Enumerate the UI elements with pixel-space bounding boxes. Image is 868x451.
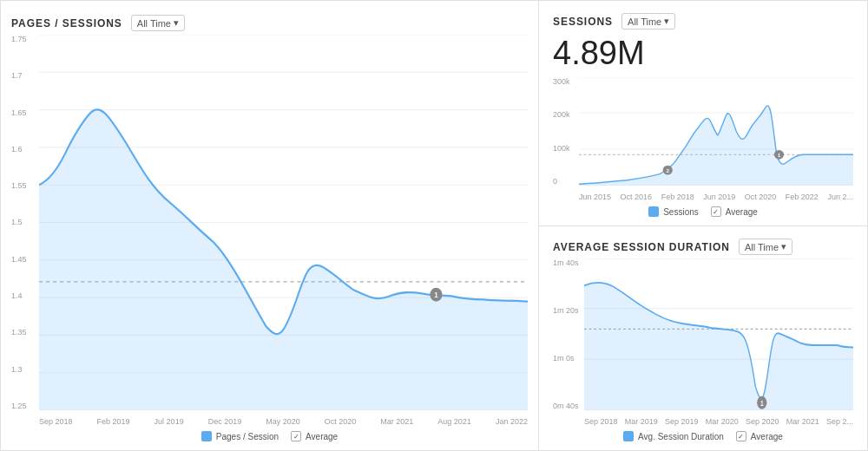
avg-dur-chart-area: 1m 40s 1m 20s 1m 0s 0m 40s xyxy=(553,258,853,426)
sessions-legend: Sessions ✓ Average xyxy=(553,206,853,217)
left-panel: PAGES / SESSIONS All Time ▾ 1.75 1.7 1.6… xyxy=(1,1,539,450)
avg-dur-x-axis: Sep 2018 Mar 2019 Sep 2019 Mar 2020 Sep … xyxy=(584,417,853,426)
sessions-y-axis: 300k 200k 100k 0 xyxy=(553,77,579,186)
avg-dur-title: AVERAGE SESSION DURATION xyxy=(553,241,730,253)
avg-dur-header: AVERAGE SESSION DURATION All Time ▾ xyxy=(553,239,853,255)
svg-text:1: 1 xyxy=(760,399,764,408)
avg-dur-legend-series: Avg. Session Duration xyxy=(623,431,724,441)
left-legend-avg: ✓ Average xyxy=(291,431,338,441)
sessions-legend-series: Sessions xyxy=(648,206,699,217)
right-panel: SESSIONS All Time ▾ 4.89M 300k 200k 100k… xyxy=(539,1,867,450)
sessions-avg-label: Average xyxy=(726,207,758,217)
avg-dur-time-filter[interactable]: All Time ▾ xyxy=(739,239,792,255)
sessions-svg: 2 1 xyxy=(579,77,853,186)
sessions-chart-svg-container: 2 1 xyxy=(579,77,853,186)
right-bottom-panel: AVERAGE SESSION DURATION All Time ▾ 1m 4… xyxy=(539,226,867,450)
sessions-x-axis: Jun 2015 Oct 2016 Feb 2018 Jun 2019 Oct … xyxy=(579,193,853,201)
avg-dur-series-label: Avg. Session Duration xyxy=(638,432,724,441)
left-chart-title: PAGES / SESSIONS xyxy=(11,17,122,29)
left-legend-series: Pages / Session xyxy=(201,431,279,441)
avg-dur-avg-check[interactable]: ✓ xyxy=(736,431,746,441)
right-top-header: SESSIONS All Time ▾ xyxy=(553,13,853,29)
avg-dur-svg-container: 1 xyxy=(584,258,853,410)
left-chart-svg: 1 xyxy=(39,35,528,410)
avg-dur-y-axis: 1m 40s 1m 20s 1m 0s 0m 40s xyxy=(553,258,584,410)
sessions-series-label: Sessions xyxy=(663,207,699,217)
left-avg-label: Average xyxy=(306,432,338,441)
svg-text:2: 2 xyxy=(666,167,669,173)
sessions-time-filter[interactable]: All Time ▾ xyxy=(621,13,675,29)
left-series-color xyxy=(201,431,212,441)
left-chart-svg-container: 1 xyxy=(39,35,528,410)
left-legend: Pages / Session ✓ Average xyxy=(11,431,528,441)
right-top-panel: SESSIONS All Time ▾ 4.89M 300k 200k 100k… xyxy=(539,1,867,226)
sessions-chart-title: SESSIONS xyxy=(553,16,613,28)
svg-text:1: 1 xyxy=(434,291,438,300)
left-y-axis: 1.75 1.7 1.65 1.6 1.55 1.5 1.45 1.4 1.35… xyxy=(11,35,37,410)
avg-dur-legend-avg: ✓ Average xyxy=(736,431,783,441)
sessions-big-number: 4.89M xyxy=(553,35,853,72)
sessions-series-color xyxy=(648,206,659,217)
chevron-down-icon: ▾ xyxy=(664,16,669,27)
avg-dur-legend: Avg. Session Duration ✓ Average xyxy=(553,431,853,441)
avg-dur-series-color xyxy=(623,431,634,441)
sessions-chart-area: 300k 200k 100k 0 xyxy=(553,77,853,201)
avg-dur-avg-label: Average xyxy=(751,432,783,441)
left-x-axis: Sep 2018 Feb 2019 Jul 2019 Dec 2019 May … xyxy=(39,417,528,426)
left-chart-header: PAGES / SESSIONS All Time ▾ xyxy=(11,15,528,31)
left-avg-check[interactable]: ✓ xyxy=(291,431,301,441)
left-time-filter[interactable]: All Time ▾ xyxy=(131,15,185,31)
sessions-legend-avg: ✓ Average xyxy=(711,206,758,217)
left-series-label: Pages / Session xyxy=(216,432,279,441)
sessions-avg-check[interactable]: ✓ xyxy=(711,206,721,217)
chevron-down-icon: ▾ xyxy=(174,17,179,29)
chevron-down-icon: ▾ xyxy=(781,241,786,252)
left-chart-area: 1.75 1.7 1.65 1.6 1.55 1.5 1.45 1.4 1.35… xyxy=(11,35,528,426)
avg-dur-svg: 1 xyxy=(584,258,853,410)
svg-text:1: 1 xyxy=(778,152,781,158)
